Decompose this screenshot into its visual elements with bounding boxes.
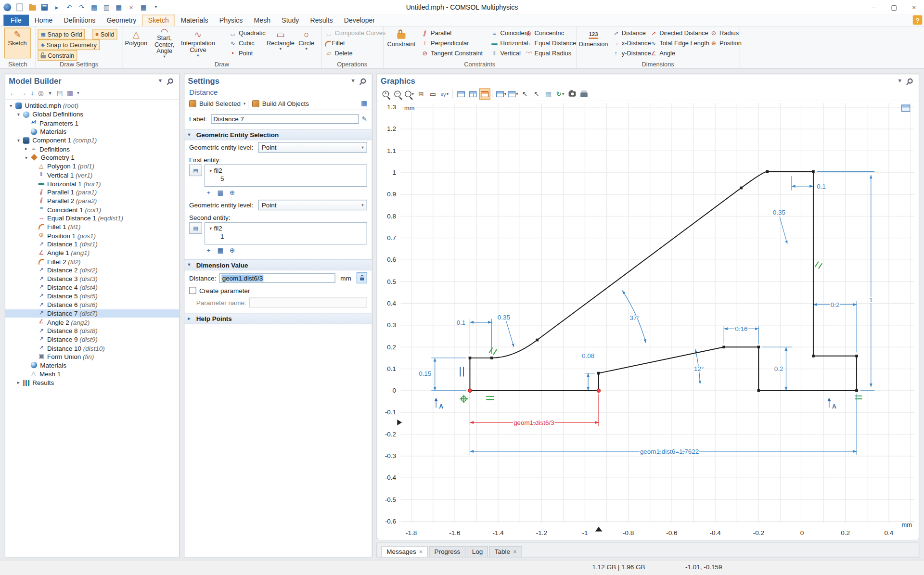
log-tab[interactable]: Log [467,546,488,557]
zoom-in-button[interactable]: + [380,89,391,100]
tab-definitions[interactable]: Definitions [58,15,101,26]
total-edge-length-button[interactable]: ∿ Total Edge Length [648,38,710,48]
tree-item-dist2[interactable]: ↗Distance 2(dist2) [5,266,179,274]
second-entity-list[interactable]: ▾ fil2 1 [205,222,367,245]
tree-item-geometry1[interactable]: ▾Geometry 1 [5,153,179,162]
plot-corner-icon[interactable] [901,105,910,111]
build-selected-chevron[interactable]: ▾ [244,101,245,106]
activate-selection-button[interactable]: ▤ [189,165,202,176]
panel-menu-chevron-icon[interactable]: ▾ [349,78,357,84]
tree-item-definitions[interactable]: ▸≡Definitions [5,145,179,153]
dim-slope-angle[interactable]: 37° [622,291,646,343]
print-button[interactable] [578,89,589,100]
expander-open-icon[interactable]: ▾ [23,155,29,160]
expander-icon[interactable]: ▾ [207,225,214,230]
zoom-box-button[interactable]: ▾ [404,89,415,100]
tree-item-fin[interactable]: ▣Form Union(fin) [5,352,179,361]
tree-item-component1[interactable]: ▾Component 1(comp1) [5,136,179,145]
build-selected-button[interactable]: Build Selected [199,100,241,107]
tree-item-pos1[interactable]: ⊕Position 1(pos1) [5,231,179,240]
start-center-angle-button[interactable]: ◠ Start, Center, Angle ▾ [150,28,179,59]
camera-button[interactable] [566,89,578,100]
first-entity-list[interactable]: ▾ fil2 5 [205,165,367,187]
section-geometric-entity-selection[interactable]: ▾ Geometric Entity Selection [184,129,372,140]
tree-item-parameters1[interactable]: PiParameters 1 [5,119,179,128]
tree-item-ang1[interactable]: ∠Angle 1(ang1) [5,248,179,257]
tree-item-eqdist1[interactable]: ↔Equal Distance 1(eqdist1) [5,214,179,222]
box-select-button[interactable]: ↖ [531,89,542,100]
tab-home[interactable]: Home [29,15,58,26]
tab-sketch[interactable]: Sketch [142,15,175,26]
constrain-toggle[interactable]: Constrain [38,50,77,61]
view-option-2-button[interactable]: ▥ [67,89,73,97]
distance-input[interactable]: geom1.dist6/3 [219,273,335,283]
tab-study[interactable]: Study [276,15,304,26]
tree-item-coi1[interactable]: ≡Coincident 1(coi1) [5,205,179,214]
dim-fillet1-radius[interactable]: 0.35 [498,314,514,347]
tab-results[interactable]: Results [305,15,338,26]
anchor-marker-left[interactable]: A [434,398,443,410]
composite-curves-button[interactable]: ◡ Composite Curves [323,28,386,38]
pin-icon[interactable] [906,77,914,85]
quadratic-button[interactable]: ◡ Quadratic [228,28,267,38]
plot-area[interactable]: 0.15 0.1 0.35 37° 0.35 [378,101,918,539]
dimension-button[interactable]: 123 Dimension [580,28,607,59]
paste-selection-button[interactable]: ▦ [216,189,224,197]
tree-item-ang2[interactable]: ∠Angle 2(ang2) [5,318,179,326]
single-view-button[interactable] [456,89,467,100]
tree-item-pol1[interactable]: △Polygon 1(pol1) [5,162,179,171]
dim-notch-width[interactable]: 0.16 [724,325,758,344]
lock-value-button[interactable] [357,272,367,283]
equal-distance-button[interactable]: ↔ Equal Distance [523,38,577,48]
vertical-constraint-icon[interactable] [460,367,463,377]
progress-tab[interactable]: Progress [429,546,465,557]
parallel-constraint-icon-1[interactable] [489,347,497,355]
anchor-marker-right[interactable]: A [827,398,836,410]
angle-button[interactable]: ∠ Angle [648,48,710,58]
cubic-button[interactable]: ∿ Cubic [228,38,267,48]
tab-geometry[interactable]: Geometry [102,15,142,26]
paste-selection-button[interactable]: ▦ [216,247,224,255]
parameter-name-input[interactable] [249,297,367,307]
create-parameter-checkbox[interactable] [189,287,196,294]
add-selection-button[interactable]: + [205,189,213,197]
nav-back-button[interactable]: ← [10,89,16,97]
tree-item-dist5[interactable]: ↗Distance 5(dist5) [5,292,179,300]
nav-forward-button[interactable]: → [20,89,26,97]
zoom-to-selection-button[interactable]: ⊕ [228,247,236,255]
geometry-objects-icon[interactable]: ▦ [361,100,367,107]
dim-step-height[interactable]: 0.08 [582,352,595,390]
pin-icon[interactable] [167,77,175,85]
tree-item-dist6[interactable]: ↗Distance 6(dist6) [5,300,179,309]
constraint-button[interactable]: Constraint [388,28,415,59]
rename-icon[interactable]: ✎ [362,115,367,123]
split-view-button[interactable] [467,89,478,100]
solid-toggle[interactable]: ■ Solid [92,29,117,39]
tree-item-materials-global[interactable]: Materials [5,128,179,136]
table-view-button[interactable]: ▦ [543,89,554,100]
second-entity-point[interactable]: 1 [207,232,364,240]
expander-closed-icon[interactable]: ▸ [23,146,29,152]
axis-orientation-button[interactable]: xy▾ [439,89,450,100]
position-button[interactable]: ⊕ Position [708,38,743,48]
parallel-constraint-icon-2[interactable] [815,262,822,269]
close-icon[interactable]: × [419,548,423,554]
section-dimension-value[interactable]: ▾ Dimension Value [184,259,372,270]
dim-selected-distance[interactable]: geom1.dist6/3 [470,394,598,426]
tree-item-root[interactable]: ▾Untitled.mph(root) [5,102,179,110]
position-constraint-icon[interactable] [460,395,468,403]
zoom-out-button[interactable]: − [392,89,403,100]
horizontal-constraint-icon[interactable] [486,396,494,399]
tree-item-fil2[interactable]: Fillet 2(fil2) [5,257,179,266]
tab-physics[interactable]: Physics [214,15,248,26]
circle-button[interactable]: ○ Circle ▾ [295,28,318,59]
tree-item-para1[interactable]: ∥Parallel 1(para1) [5,188,179,196]
entity-level-dropdown[interactable]: Point ▾ [258,142,367,153]
tree-item-dist10[interactable]: ↗Distance 10(dist10) [5,344,179,352]
tab-materials[interactable]: Materials [175,15,213,26]
activate-selection-button[interactable]: ▤ [189,222,202,234]
tree-item-para2[interactable]: ∥Parallel 2(para2) [5,196,179,205]
filter-button[interactable]: ▼ [48,90,52,96]
dim-taper-angle[interactable]: 12° [694,349,704,384]
image-snapshot-button[interactable]: ▭ [427,89,438,100]
